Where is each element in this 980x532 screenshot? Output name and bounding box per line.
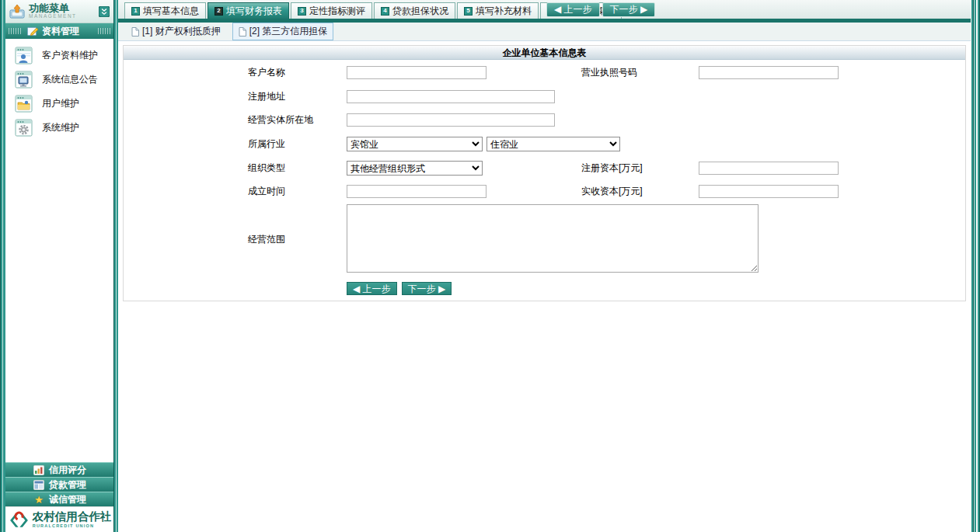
- sidebar-section-loan-management[interactable]: 贷款管理: [5, 477, 113, 492]
- registered-capital-label: 注册资本[万元]: [581, 162, 643, 175]
- sidebar-item-user-maintenance[interactable]: 用户维护: [5, 92, 113, 116]
- tab-basic-info[interactable]: 1 填写基本信息: [124, 2, 206, 19]
- section-label: 资料管理: [42, 25, 98, 38]
- subtab-label: [1] 财产权利抵质押: [142, 25, 221, 38]
- industry-subcategory-select[interactable]: 住宿业: [487, 137, 620, 151]
- prev-step-button-form[interactable]: ◀ 上一步: [347, 282, 397, 295]
- step-number-chip: 4: [381, 7, 389, 16]
- next-step-button-form[interactable]: 下一步 ▶: [402, 282, 452, 295]
- industry-label: 所属行业: [248, 137, 285, 151]
- loan-management-icon: [33, 480, 44, 490]
- sidebar-item-system-maintenance[interactable]: 系统维护: [5, 116, 113, 140]
- document-icon: [131, 27, 139, 37]
- business-scope-label: 经营范围: [248, 233, 285, 246]
- user-maintenance-icon: [15, 95, 33, 113]
- subtab-label: [2] 第三方信用担保: [249, 25, 328, 38]
- form-title: 企业单位基本信息表: [124, 46, 965, 60]
- main-area: 1 填写基本信息 2 填写财务报表 3 定性指标测评 4 贷款担保状况 5 填写…: [118, 0, 971, 532]
- customer-name-label: 客户名称: [248, 66, 285, 79]
- sidebar-section-label: 诚信管理: [49, 493, 86, 506]
- registered-address-label: 注册地址: [248, 90, 285, 103]
- industry-category-select[interactable]: 宾馆业: [347, 137, 483, 151]
- registered-capital-input[interactable]: [699, 162, 839, 175]
- sidebar-bottom-sections: 信用评分 贷款管理 ★ 诚信管理: [5, 462, 113, 506]
- section-right-decor: [98, 28, 110, 34]
- tab-label: 填写财务报表: [226, 5, 282, 18]
- business-license-input[interactable]: [699, 66, 839, 79]
- edit-pencil-icon: [27, 26, 39, 37]
- right-edge-decor: [971, 0, 980, 532]
- document-icon: [239, 27, 246, 37]
- org-type-label: 组织类型: [248, 162, 285, 175]
- brand-subtitle: RURALCREDIT UNION: [33, 524, 112, 529]
- sidebar-item-customer-profile[interactable]: 客户资料维护: [5, 43, 113, 68]
- sidebar-item-label: 客户资料维护: [42, 49, 98, 62]
- step-number-chip: 2: [214, 7, 223, 16]
- org-type-select[interactable]: 其他经营组织形式: [347, 161, 483, 176]
- sidebar-item-label: 系统信息公告: [42, 73, 98, 86]
- business-license-label: 营业执照号码: [581, 66, 637, 79]
- brand-footer: 农村信用合作社 RURALCREDIT UNION: [5, 506, 113, 532]
- integrity-management-icon: ★: [34, 495, 44, 505]
- system-announcement-icon: [15, 71, 33, 89]
- sidebar-section-data-management[interactable]: 资料管理: [5, 23, 113, 39]
- paid-capital-label: 实收资本[万元]: [581, 185, 643, 198]
- system-maintenance-icon: [15, 119, 33, 137]
- tab-label: 填写基本信息: [143, 5, 199, 18]
- rural-credit-union-logo: [8, 509, 30, 530]
- subtab-property-mortgage[interactable]: [1] 财产权利抵质押: [125, 23, 227, 40]
- wizard-tabbar: 1 填写基本信息 2 填写财务报表 3 定性指标测评 4 贷款担保状况 5 填写…: [118, 0, 971, 19]
- sidebar-header: 功能菜单 MANAGEMENT: [5, 0, 113, 23]
- registered-address-input[interactable]: [347, 90, 555, 103]
- sidebar-section-integrity-management[interactable]: ★ 诚信管理: [5, 492, 113, 506]
- step-number-chip: 3: [298, 7, 306, 16]
- enterprise-info-form: 企业单位基本信息表 客户名称 营业执照号码 注册地址 经营实体所在地 所属行业 …: [123, 45, 966, 301]
- sidebar-item-system-announcement[interactable]: 系统信息公告: [5, 68, 113, 92]
- tab-financial-report[interactable]: 2 填写财务报表: [208, 2, 289, 19]
- tab-label: 定性指标测评: [309, 5, 365, 18]
- credit-score-icon: [33, 465, 44, 475]
- brand-title: 农村信用合作社: [33, 511, 112, 523]
- next-step-button-top[interactable]: 下一步 ▶: [602, 2, 656, 17]
- sidebar-item-label: 系统维护: [42, 121, 79, 134]
- sidebar-subtitle: MANAGEMENT: [29, 14, 99, 19]
- section-left-decor: [9, 28, 21, 34]
- menu-tray-icon: [9, 5, 25, 19]
- customer-name-input[interactable]: [347, 66, 487, 79]
- tab-qualitative-evaluation[interactable]: 3 定性指标测评: [291, 2, 372, 19]
- sidebar: 功能菜单 MANAGEMENT 资料管理: [0, 0, 118, 532]
- tab-label: 填写补充材料: [476, 5, 532, 18]
- customer-profile-icon: [15, 47, 33, 64]
- sidebar-menu: 客户资料维护 系统信息公告: [5, 39, 113, 140]
- paid-capital-input[interactable]: [699, 185, 839, 198]
- established-date-label: 成立时间: [248, 185, 285, 198]
- tab-label: 贷款担保状况: [392, 5, 448, 18]
- step-number-chip: 1: [131, 7, 140, 16]
- sidebar-title: 功能菜单: [29, 3, 99, 13]
- subtab-bar: [1] 财产权利抵质押 [2] 第三方信用担保: [118, 23, 971, 41]
- sidebar-item-label: 用户维护: [42, 97, 79, 110]
- entity-location-input[interactable]: [347, 113, 555, 127]
- business-scope-textarea[interactable]: [347, 204, 759, 273]
- sidebar-left-decor: [0, 0, 5, 532]
- prev-step-button-top[interactable]: ◀ 上一步: [546, 2, 600, 17]
- subtab-third-party-guarantee[interactable]: [2] 第三方信用担保: [232, 23, 334, 40]
- established-date-input[interactable]: [347, 185, 487, 198]
- sidebar-section-label: 信用评分: [49, 464, 86, 477]
- step-number-chip: 5: [464, 7, 473, 16]
- tab-loan-guarantee[interactable]: 4 贷款担保状况: [374, 2, 455, 19]
- entity-location-label: 经营实体所在地: [248, 113, 313, 127]
- tab-supplementary-material[interactable]: 5 填写补充材料: [457, 2, 539, 19]
- collapse-sidebar-icon[interactable]: [99, 6, 110, 17]
- sidebar-section-credit-score[interactable]: 信用评分: [5, 462, 113, 477]
- sidebar-section-label: 贷款管理: [49, 478, 86, 492]
